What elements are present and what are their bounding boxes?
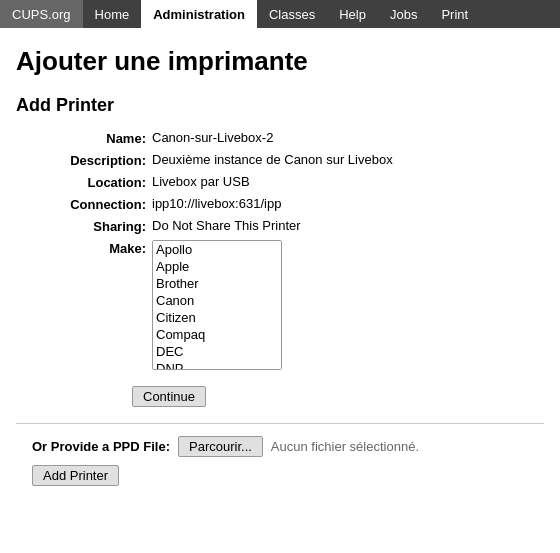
- nav-item-print[interactable]: Print: [429, 0, 480, 28]
- nav-item-jobs[interactable]: Jobs: [378, 0, 429, 28]
- connection-row: Connection: ipp10://livebox:631/ipp: [36, 196, 544, 212]
- sharing-row: Sharing: Do Not Share This Printer: [36, 218, 544, 234]
- ppd-label: Or Provide a PPD File:: [32, 439, 170, 454]
- add-printer-row: Add Printer: [32, 465, 544, 486]
- make-row: Make: ApolloAppleBrotherCanonCitizenComp…: [36, 240, 544, 370]
- nav-item-classes[interactable]: Classes: [257, 0, 327, 28]
- make-label: Make:: [36, 240, 146, 256]
- name-row: Name: Canon-sur-Livebox-2: [36, 130, 544, 146]
- page-content: Ajouter une imprimante Add Printer Name:…: [0, 28, 560, 502]
- add-printer-form: Name: Canon-sur-Livebox-2 Description: D…: [36, 130, 544, 370]
- make-field: ApolloAppleBrotherCanonCitizenCompaqDECD…: [152, 240, 544, 370]
- add-printer-button[interactable]: Add Printer: [32, 465, 119, 486]
- sharing-value: Do Not Share This Printer: [152, 218, 544, 233]
- sharing-label: Sharing:: [36, 218, 146, 234]
- description-value: Deuxième instance de Canon sur Livebox: [152, 152, 544, 167]
- continue-btn-row: Continue: [132, 386, 544, 407]
- top-nav: CUPS.orgHomeAdministrationClassesHelpJob…: [0, 0, 560, 28]
- ppd-browse-button[interactable]: Parcourir...: [178, 436, 263, 457]
- description-row: Description: Deuxième instance de Canon …: [36, 152, 544, 168]
- nav-item-administration[interactable]: Administration: [141, 0, 257, 28]
- make-listbox[interactable]: ApolloAppleBrotherCanonCitizenCompaqDECD…: [152, 240, 282, 370]
- location-value: Livebox par USB: [152, 174, 544, 189]
- section-title: Add Printer: [16, 95, 544, 116]
- name-value: Canon-sur-Livebox-2: [152, 130, 544, 145]
- nav-item-cupsorg[interactable]: CUPS.org: [0, 0, 83, 28]
- divider: [16, 423, 544, 424]
- nav-item-home[interactable]: Home: [83, 0, 142, 28]
- location-label: Location:: [36, 174, 146, 190]
- continue-button[interactable]: Continue: [132, 386, 206, 407]
- description-label: Description:: [36, 152, 146, 168]
- ppd-no-file-text: Aucun fichier sélectionné.: [271, 439, 419, 454]
- connection-value: ipp10://livebox:631/ipp: [152, 196, 544, 211]
- name-label: Name:: [36, 130, 146, 146]
- location-row: Location: Livebox par USB: [36, 174, 544, 190]
- ppd-row: Or Provide a PPD File: Parcourir... Aucu…: [32, 436, 544, 457]
- connection-label: Connection:: [36, 196, 146, 212]
- nav-item-help[interactable]: Help: [327, 0, 378, 28]
- page-title: Ajouter une imprimante: [16, 46, 544, 77]
